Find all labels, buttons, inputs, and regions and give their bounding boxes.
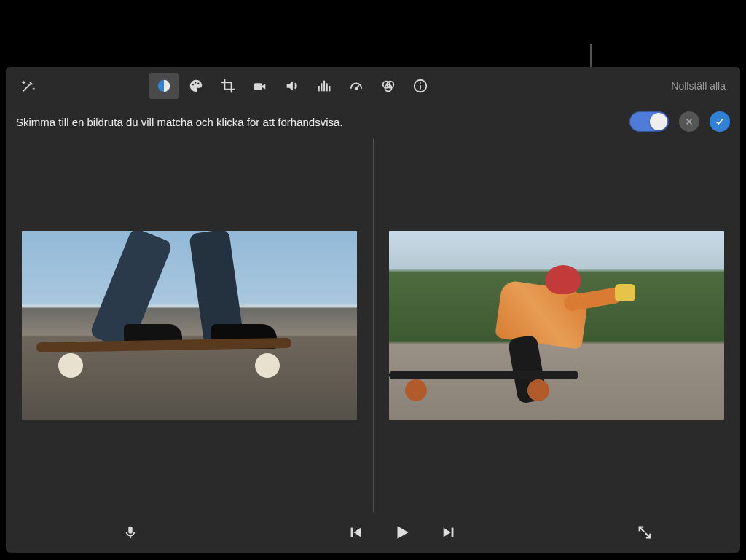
check-icon	[715, 117, 725, 127]
preview-divider	[373, 138, 374, 512]
svg-point-2	[195, 82, 196, 83]
previous-frame-button[interactable]	[343, 520, 368, 545]
svg-point-16	[420, 82, 421, 84]
speed-button[interactable]	[341, 73, 372, 99]
info-icon	[412, 78, 428, 94]
svg-rect-6	[321, 83, 322, 91]
hint-row: Skimma till en bildruta du vill matcha o…	[6, 105, 740, 138]
info-button[interactable]	[405, 73, 436, 99]
magic-wand-icon	[20, 78, 36, 94]
expand-icon	[637, 524, 653, 540]
color-balance-button[interactable]	[149, 73, 179, 99]
next-frame-button[interactable]	[436, 520, 461, 545]
filters-button[interactable]	[373, 73, 404, 99]
voiceover-button[interactable]	[118, 520, 143, 545]
crop-button[interactable]	[213, 73, 243, 99]
svg-rect-4	[254, 83, 262, 90]
close-icon	[684, 117, 694, 127]
svg-rect-17	[129, 527, 133, 534]
preview-toggle[interactable]	[629, 111, 669, 132]
speedometer-icon	[348, 78, 364, 94]
cancel-button[interactable]	[679, 111, 699, 132]
volume-icon	[284, 78, 300, 94]
svg-rect-9	[329, 86, 330, 91]
reset-all-button[interactable]: Nollställ alla	[671, 80, 733, 92]
equalizer-icon	[316, 78, 332, 94]
color-balance-icon	[156, 78, 172, 94]
stabilization-button[interactable]	[245, 73, 275, 99]
play-icon	[393, 523, 412, 542]
svg-point-1	[192, 84, 194, 85]
skip-forward-icon	[441, 524, 457, 540]
overlap-circles-icon	[380, 78, 396, 94]
color-palette-icon	[188, 78, 204, 94]
svg-rect-7	[323, 81, 325, 92]
playback-bar	[6, 512, 740, 553]
skip-back-icon	[348, 524, 364, 540]
camera-icon	[252, 78, 268, 94]
noise-reduction-button[interactable]	[309, 73, 339, 99]
right-clip-thumbnail	[389, 231, 724, 420]
svg-rect-19	[351, 528, 353, 537]
svg-rect-5	[318, 86, 320, 91]
adjustments-toolbar: Nollställ alla	[6, 67, 740, 105]
video-editor-panel: Nollställ alla Skimma till en bildruta d…	[6, 67, 740, 553]
fullscreen-button[interactable]	[632, 520, 657, 545]
preview-pane-right[interactable]	[373, 138, 740, 512]
microphone-icon	[122, 524, 138, 540]
play-button[interactable]	[390, 520, 415, 545]
volume-button[interactable]	[277, 73, 307, 99]
svg-point-10	[356, 87, 358, 90]
enhance-button[interactable]	[13, 73, 44, 99]
crop-icon	[220, 78, 236, 94]
left-clip-thumbnail	[22, 231, 357, 420]
hint-text: Skimma till en bildruta du vill matcha o…	[16, 116, 619, 128]
color-correction-button[interactable]	[181, 73, 211, 99]
svg-point-3	[197, 83, 199, 84]
svg-rect-20	[452, 528, 454, 537]
svg-rect-8	[326, 83, 328, 91]
toggle-knob	[650, 113, 667, 130]
preview-pane-left[interactable]	[6, 138, 373, 512]
confirm-button[interactable]	[710, 111, 730, 132]
